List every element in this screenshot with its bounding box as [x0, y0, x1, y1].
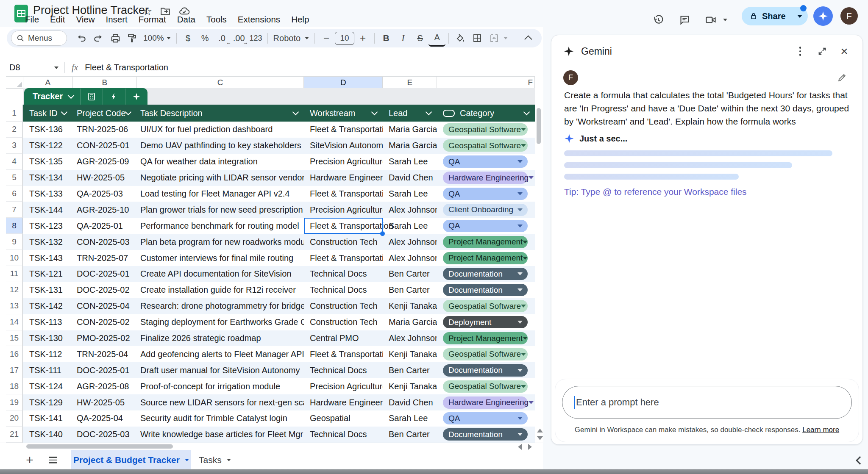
italic-button[interactable]: I [395, 30, 412, 46]
cell-workstream[interactable]: Fleet & Transportation [304, 122, 383, 138]
cell-lead[interactable]: Maria Garcia [383, 122, 437, 138]
scroll-left-arrow[interactable] [518, 444, 522, 450]
panel-popout-icon[interactable] [814, 43, 830, 59]
row-number-16[interactable]: 16 [6, 346, 23, 362]
cell-workstream[interactable]: Fleet & Transportation [304, 218, 383, 234]
chip-dropdown-caret-icon[interactable] [523, 241, 528, 244]
category-chip[interactable]: Project Management [443, 332, 528, 344]
category-chip[interactable]: Project Management [443, 236, 528, 248]
select-all-corner[interactable] [6, 77, 23, 88]
gemini-button[interactable] [813, 6, 833, 26]
cell-lead[interactable]: Sarah Lee [383, 410, 437, 427]
cell-project-code[interactable]: DOC-2025-01 [72, 362, 136, 378]
cell-project-code[interactable]: PMO-2025-02 [72, 330, 136, 346]
cell-project-code[interactable]: TRN-2025-04 [72, 346, 136, 362]
row-number-21[interactable]: 21 [6, 427, 23, 443]
chip-dropdown-caret-icon[interactable] [517, 417, 523, 420]
chip-dropdown-caret-icon[interactable] [521, 305, 526, 308]
cell-category[interactable]: Documentation [437, 427, 535, 443]
cell-project-code[interactable]: AGR-2025-09 [72, 154, 136, 170]
row-number-15[interactable]: 15 [6, 330, 23, 346]
cell-workstream[interactable]: Construction Tech [304, 314, 383, 330]
cell-lead[interactable]: Alex Johnson [383, 250, 437, 266]
edit-prompt-icon[interactable] [837, 72, 847, 83]
cell-category[interactable]: Client Onboarding [437, 202, 535, 218]
cell-project-code[interactable]: AGR-2025-10 [72, 202, 136, 218]
header-dropdown-chevron-icon[interactable] [125, 109, 132, 116]
table-gemini-sparkle-icon[interactable] [125, 88, 147, 105]
cell-workstream[interactable]: Geospatial [304, 410, 383, 427]
row-number-19[interactable]: 19 [6, 394, 23, 410]
table-name-tab[interactable]: Tracker [24, 88, 147, 105]
vertical-scrollbar-thumb[interactable] [537, 108, 541, 144]
header-dropdown-chevron-icon[interactable] [523, 109, 530, 116]
formula-input[interactable]: Fleet & Transportation [85, 63, 168, 72]
cell-task-description[interactable]: Write knowledge base articles for Fleet … [136, 427, 304, 443]
cell-workstream[interactable]: Construction Tech [304, 234, 383, 250]
cell-task-description[interactable]: Add geofencing alerts to Fleet Manager A… [136, 346, 304, 362]
header-dropdown-chevron-icon[interactable] [61, 109, 68, 116]
cell-workstream[interactable]: Technical Docs [304, 362, 383, 378]
cell-task-id[interactable]: TSK-132 [23, 234, 72, 250]
cell-workstream[interactable]: Precision Agriculture [304, 154, 383, 170]
cell-category[interactable]: Documentation [437, 266, 535, 282]
horizontal-scrollbar-thumb[interactable] [26, 444, 173, 449]
chip-dropdown-caret-icon[interactable] [517, 433, 523, 436]
table-bolt-icon[interactable] [103, 88, 125, 105]
cell-task-id[interactable]: TSK-130 [23, 330, 72, 346]
category-chip[interactable]: Geospatial Software [443, 348, 528, 360]
row-number-6[interactable]: 6 [6, 186, 23, 202]
cell-category[interactable]: Deployment [437, 314, 535, 330]
category-chip[interactable]: Project Management [443, 252, 528, 264]
chip-dropdown-caret-icon[interactable] [521, 353, 526, 356]
row-number-4[interactable]: 4 [6, 154, 23, 170]
font-family-selector[interactable]: Roboto [271, 30, 312, 46]
cell-lead[interactable]: Sarah Lee [383, 186, 437, 202]
cell-category[interactable]: Geospatial Software [437, 138, 535, 154]
row-number-14[interactable]: 14 [6, 314, 23, 330]
share-button[interactable]: Share [742, 7, 808, 25]
more-formats-button[interactable]: 123 [248, 30, 264, 46]
chip-dropdown-caret-icon[interactable] [517, 288, 523, 291]
cell-project-code[interactable]: QA-2025-04 [72, 410, 136, 427]
format-currency-button[interactable]: $ [180, 30, 197, 46]
cell-task-description[interactable]: QA for weather data integration [136, 154, 304, 170]
cell-lead[interactable]: Ben Carter [383, 427, 437, 443]
cell-category[interactable]: Documentation [437, 282, 535, 298]
cell-project-code[interactable]: HW-2025-05 [72, 170, 136, 186]
table-calculator-icon[interactable] [81, 88, 103, 105]
paint-format-button[interactable] [124, 30, 141, 46]
print-button[interactable] [107, 30, 124, 46]
chip-dropdown-caret-icon[interactable] [517, 225, 523, 227]
cell-task-description[interactable]: UI/UX for fuel prediction dashboard [136, 122, 304, 138]
menu-item-extensions[interactable]: Extensions [232, 13, 286, 26]
chip-dropdown-caret-icon[interactable] [517, 208, 523, 211]
cell-task-description[interactable]: Negotiate pricing with LIDAR sensor vend… [136, 170, 304, 186]
cell-workstream[interactable]: Technical Docs [304, 266, 383, 282]
cell-task-id[interactable]: TSK-112 [23, 346, 72, 362]
column-header-C[interactable]: C [137, 77, 304, 88]
cell-project-code[interactable]: DOC-2025-03 [72, 427, 136, 443]
cell-lead[interactable]: Sarah Lee [383, 154, 437, 170]
table-header-workstream[interactable]: Workstream [304, 105, 383, 122]
cell-task-id[interactable]: TSK-123 [23, 218, 72, 234]
increase-font-size-button[interactable]: + [354, 30, 371, 46]
cell-task-id[interactable]: TSK-113 [23, 314, 72, 330]
cell-lead[interactable]: Maria Garcia [383, 138, 437, 154]
font-size-input[interactable]: 10 [335, 32, 354, 45]
all-sheets-button[interactable] [42, 450, 64, 470]
column-header-D[interactable]: D [304, 77, 383, 88]
cell-category[interactable]: Project Management [437, 330, 535, 346]
cell-task-id[interactable]: TSK-136 [23, 122, 72, 138]
chip-dropdown-caret-icon[interactable] [517, 160, 523, 163]
comments-icon[interactable] [675, 10, 694, 30]
row-number-7[interactable]: 7 [6, 202, 23, 218]
cell-lead[interactable]: Kenji Tanaka [383, 298, 437, 314]
menu-item-file[interactable]: File [19, 13, 45, 26]
cell-category[interactable]: QA [437, 186, 535, 202]
cell-task-id[interactable]: TSK-141 [23, 410, 72, 427]
chip-dropdown-caret-icon[interactable] [517, 192, 523, 195]
cell-category[interactable]: Geospatial Software [437, 298, 535, 314]
prompt-input[interactable]: Enter a prompt here [562, 386, 852, 419]
scroll-up-arrow[interactable] [537, 429, 543, 432]
